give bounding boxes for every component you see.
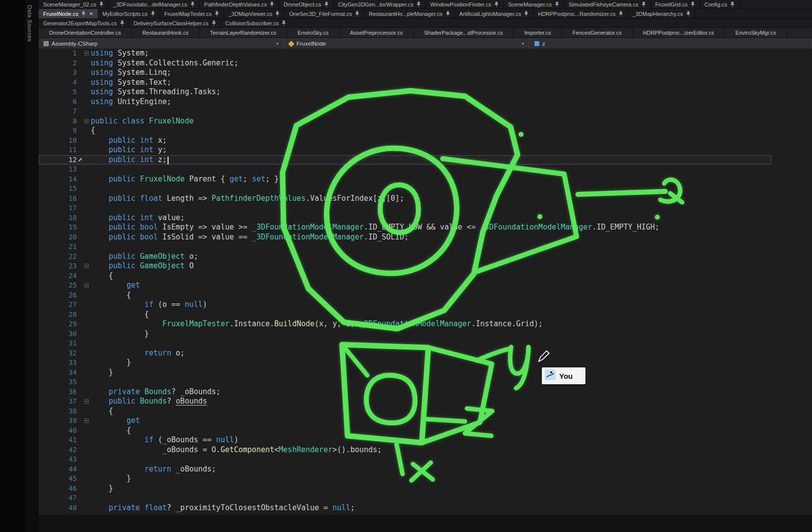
code-line[interactable]: 40 { <box>39 426 771 436</box>
pin-icon[interactable] <box>151 11 155 17</box>
code-line[interactable]: 21 <box>39 242 771 252</box>
code-line[interactable]: 27 if (o == null) <box>39 300 771 310</box>
editor-tab[interactable]: SimulatedFisheyeCamera.cs <box>564 0 651 8</box>
code-line[interactable]: 41 if (_oBounds == null) <box>39 435 771 445</box>
pin-icon[interactable] <box>324 1 329 7</box>
editor-tab[interactable]: EnviroSkyMgr.cs <box>725 28 787 38</box>
editor-tab[interactable]: FencesGenerator.cs <box>562 28 633 38</box>
fold-collapse-icon[interactable] <box>84 51 89 56</box>
editor-tab[interactable]: CollisionSubscriber.cs <box>221 19 291 27</box>
code-line[interactable]: 47 <box>39 493 771 503</box>
pin-icon[interactable] <box>619 11 623 17</box>
code-line[interactable]: 18 public int value; <box>39 213 771 223</box>
editor-tab[interactable]: FruxelNode.cs × <box>39 9 98 18</box>
code-line[interactable]: 20 public bool IsSolid => value == _3DFo… <box>39 233 771 242</box>
code-line[interactable]: 32 return o; <box>39 349 771 358</box>
code-line[interactable]: 19 public bool IsEmpty => value >= _3DFo… <box>39 223 771 233</box>
editor-tab[interactable]: WindowPositionFinder.cs <box>426 0 504 8</box>
code-line[interactable]: 31 <box>39 339 771 349</box>
pin-icon[interactable] <box>120 20 124 26</box>
editor-tab[interactable]: RestaurantHook.cs <box>132 28 200 38</box>
editor-tab[interactable]: SceneManager.cs <box>504 0 564 8</box>
code-line[interactable]: 24 { <box>39 271 771 281</box>
editor-tab[interactable]: DeliverySurfaceClassHelper.cs <box>129 19 221 27</box>
editor-tab[interactable]: CityGen3DGen...torWrapper.cs <box>334 0 426 8</box>
code-line[interactable]: 16 public float Length => PathfinderDept… <box>39 194 771 204</box>
code-line[interactable]: 14 public FruxelNode Parent { get; set; … <box>39 175 771 184</box>
pin-icon[interactable] <box>446 11 450 17</box>
data-sources-tab[interactable]: Data Sources <box>27 5 33 42</box>
editor-tab[interactable]: Config.cs <box>700 0 740 8</box>
code-line[interactable]: 2 using System.Collections.Generic; <box>39 59 771 68</box>
code-line[interactable]: 10 public int x; <box>39 136 771 146</box>
editor-tab[interactable]: ShaderPackage...stProcessor.cs <box>413 28 514 38</box>
fold-collapse-icon[interactable] <box>84 264 89 268</box>
code-line[interactable]: 13 <box>39 165 771 175</box>
editor-tab[interactable]: AssetPreprocessor.cs <box>340 28 413 38</box>
editor-tab[interactable]: TerrainLayerRandomizer.cs <box>199 28 287 38</box>
editor-tab[interactable]: ArtificialLightsManager.cs <box>455 9 534 18</box>
pin-icon[interactable] <box>730 1 735 7</box>
code-line[interactable]: 28 { <box>39 310 771 320</box>
code-line[interactable]: 17 <box>39 203 771 213</box>
code-line[interactable]: 15 <box>39 184 771 194</box>
code-line[interactable]: 36 private Bounds? _oBounds; <box>39 387 771 397</box>
code-line[interactable]: 12 public int z; <box>39 155 771 165</box>
editor-tab[interactable]: OneSec3D_FileFormat.cs <box>285 9 364 18</box>
editor-tab[interactable]: _3DFoundatio...delManager.cs <box>109 0 200 8</box>
code-line[interactable]: 42 _oBounds = O.GetComponent<MeshRendere… <box>39 445 771 455</box>
fold-collapse-icon[interactable] <box>84 119 89 123</box>
code-line[interactable]: 11 public int y; <box>39 145 771 155</box>
code-line[interactable]: 43 <box>39 455 771 465</box>
code-line[interactable]: 6 using UnityEngine; <box>39 97 771 107</box>
pin-icon[interactable] <box>282 20 286 26</box>
code-line[interactable]: 29 FruxelMapTester.Instance.BuildNode(x,… <box>39 319 771 329</box>
code-line[interactable]: 30 } <box>39 329 771 339</box>
pin-icon[interactable] <box>215 11 219 17</box>
editor-tab[interactable]: Generator2ExportMapTools.cs <box>39 19 129 27</box>
pin-icon[interactable] <box>275 11 280 17</box>
pin-icon[interactable] <box>416 1 421 7</box>
code-line[interactable]: 48 private float? _proximityToClosestObs… <box>39 503 771 513</box>
fold-collapse-icon[interactable] <box>84 399 89 404</box>
code-line[interactable]: 46 } <box>39 484 771 494</box>
editor-tab[interactable]: HDRPPostproc...Randomizer.cs <box>533 9 628 18</box>
pin-icon[interactable] <box>99 1 104 7</box>
fold-collapse-icon[interactable] <box>84 418 89 423</box>
editor-tab[interactable]: PathfinderDepthValues.cs <box>200 0 279 8</box>
type-dropdown[interactable]: FruxelNode ▾ <box>284 39 529 49</box>
pin-icon[interactable] <box>691 1 695 7</box>
editor-tab[interactable]: HDRPPostproc...izerEditor.cs <box>633 28 725 38</box>
code-line[interactable]: 7 <box>39 107 771 117</box>
member-dropdown[interactable]: z <box>529 39 812 49</box>
editor-tab[interactable]: _3DMapHierarchy.cs <box>628 9 696 18</box>
pin-icon[interactable] <box>686 11 691 17</box>
code-line[interactable]: 37 public Bounds? oBounds <box>39 397 771 407</box>
code-line[interactable]: 35 <box>39 377 771 387</box>
code-line[interactable]: 9 { <box>39 126 771 136</box>
code-line[interactable]: 33 } <box>39 358 771 368</box>
editor-tab[interactable]: SceneManager_02.cs <box>39 0 109 8</box>
code-editor[interactable]: 1 using System; 2 using System.Collectio… <box>39 49 812 532</box>
editor-tab[interactable]: _3DMapViewer.cs <box>224 9 285 18</box>
editor-tab[interactable]: MyEditorScripts.cs <box>98 9 160 18</box>
code-line[interactable]: 22 public GameObject o; <box>39 252 771 262</box>
pin-icon[interactable] <box>641 1 646 7</box>
code-line[interactable]: 8 public class FruxelNode <box>39 117 771 126</box>
pin-icon[interactable] <box>81 11 86 17</box>
code-line[interactable]: 26 { <box>39 291 771 300</box>
close-icon[interactable]: × <box>89 10 93 17</box>
pin-icon[interactable] <box>555 1 559 7</box>
editor-tab[interactable]: EnviroSky.cs <box>287 28 340 38</box>
code-line[interactable]: 23 public GameObject O <box>39 261 771 271</box>
code-line[interactable]: 25 get <box>39 281 771 291</box>
code-line[interactable]: 4 using System.Text; <box>39 78 771 88</box>
pin-icon[interactable] <box>270 1 274 7</box>
pin-icon[interactable] <box>494 1 499 7</box>
code-line[interactable]: 39 get <box>39 416 771 426</box>
fold-collapse-icon[interactable] <box>84 283 89 288</box>
code-line[interactable]: 5 using System.Threading.Tasks; <box>39 87 771 97</box>
editor-tab[interactable]: DroneObject.cs <box>279 0 334 8</box>
project-dropdown[interactable]: Assembly-CSharp ▾ <box>39 39 284 49</box>
editor-tab[interactable]: FruxelGrid.cs <box>651 0 700 8</box>
